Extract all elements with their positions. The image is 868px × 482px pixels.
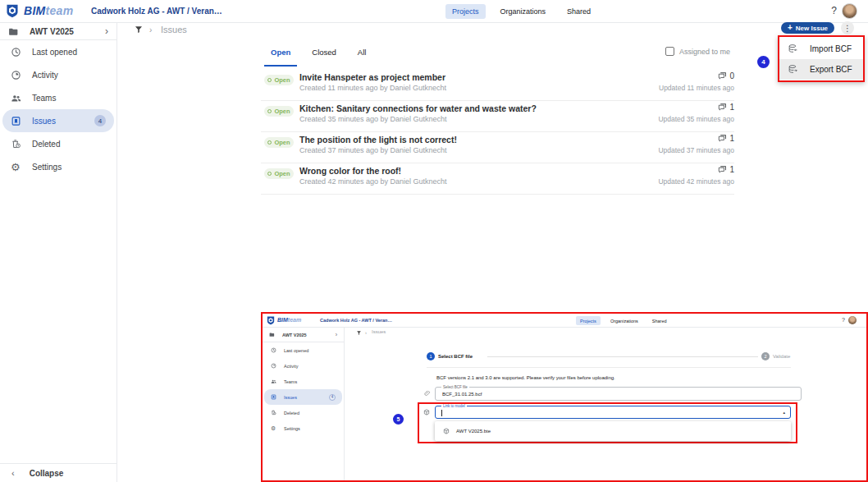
tab-shared[interactable]: Shared [560, 4, 597, 19]
breadcrumb[interactable]: Issues [161, 25, 187, 34]
issue-title: Kitchen: Sanitary connections for water … [299, 103, 537, 113]
issue-created: Created 11 minutes ago by Daniel Gutknec… [299, 84, 446, 92]
comments-icon [718, 134, 727, 143]
link-to-model-select[interactable]: Link to model ▴ [435, 406, 791, 419]
bimteam-logo-icon [267, 316, 275, 325]
sidebar-item-deleted[interactable]: Deleted [264, 405, 342, 420]
model-option-awt-v2025[interactable]: AWT V2025.bte [435, 421, 791, 441]
tab-closed[interactable]: Closed [305, 43, 343, 67]
issues-count-badge: 4 [94, 115, 106, 126]
help-icon[interactable]: ? [831, 5, 837, 16]
status-badge: Open [264, 106, 294, 117]
gear-icon: ⚙ [11, 162, 21, 172]
link-to-model-label: Link to model [441, 404, 467, 408]
comments-icon [718, 165, 727, 174]
more-options-button[interactable]: ⋮ [841, 21, 854, 34]
tab-shared[interactable]: Shared [648, 316, 671, 325]
menu-item-label: Export BCF [810, 65, 852, 74]
sidebar-item-deleted[interactable]: Deleted [2, 132, 114, 155]
sidebar-item-project[interactable]: AWT V2025 › [263, 328, 344, 342]
tab-organizations[interactable]: Organizations [606, 316, 642, 325]
issue-updated: Updated 42 minutes ago [658, 177, 734, 186]
model-dropdown: AWT V2025.bte [435, 421, 791, 441]
assigned-to-me-filter[interactable]: Assigned to me [665, 47, 730, 56]
model-cube-icon [423, 409, 430, 415]
comments-icon [718, 103, 727, 112]
issues-count-badge: 4 [329, 394, 336, 401]
trash-clock-icon [11, 139, 21, 149]
sidebar-item-settings[interactable]: ⚙ Settings [2, 155, 114, 178]
model-cube-icon [443, 428, 450, 434]
folder-icon [269, 332, 275, 337]
tab-open[interactable]: Open [264, 43, 297, 67]
collapse-label: Collapse [30, 469, 64, 478]
annotation-badge-5: 5 [393, 414, 404, 425]
issue-created: Created 37 minutes ago by Daniel Gutknec… [299, 146, 447, 154]
stepper-connector [487, 356, 758, 357]
bcf-file-input-label: Select BCF file [441, 385, 469, 389]
assigned-checkbox[interactable] [665, 47, 674, 56]
sidebar: AWT V2025 › Last opened Activity [0, 23, 117, 482]
import-bcf-icon [788, 44, 798, 54]
issue-updated: Updated 35 minutes ago [658, 115, 734, 123]
sidebar-item-teams[interactable]: Teams [264, 374, 342, 389]
issue-title: The position of the light is not correct… [299, 135, 457, 145]
sidebar-item-issues[interactable]: Issues 4 [264, 389, 342, 405]
chevron-right-icon[interactable]: › [336, 332, 337, 337]
bcf-file-input[interactable]: Select BCF file BCF_31.01.25.bcf [435, 387, 802, 401]
caret-up-icon: ▴ [783, 410, 785, 415]
bimteam-logo: BIMteam [24, 4, 73, 17]
new-issue-button[interactable]: + New Issue [781, 22, 834, 34]
issue-row[interactable]: Open Invite Hanspeter as project member … [261, 70, 734, 101]
assigned-label: Assigned to me [679, 48, 730, 56]
bcf-context-menu: Import BCF Export BCF [778, 35, 865, 82]
clock-icon [11, 47, 21, 57]
tab-projects[interactable]: Projects [576, 316, 601, 325]
comment-count: 1 [718, 103, 734, 112]
breadcrumb-chevron-icon: › [149, 25, 152, 34]
export-bcf-icon [788, 64, 798, 75]
sidebar-collapse-button[interactable]: ‹ Collapse [0, 463, 116, 482]
issue-updated: Updated 37 minutes ago [658, 146, 734, 154]
new-issue-label: New Issue [796, 25, 828, 32]
user-avatar[interactable] [842, 3, 857, 19]
issue-row[interactable]: Open Wrong color for the roof! Created 4… [261, 163, 734, 195]
sidebar-project-label: AWT V2025 [30, 27, 74, 36]
filter-icon [134, 25, 144, 34]
kebab-icon: ⋮ [843, 24, 852, 33]
inset-topbar: BIMteam Cadwork Holz AG - AWT / Veran… P… [263, 314, 866, 328]
tab-organizations[interactable]: Organizations [494, 4, 553, 19]
sidebar-nav: Last opened Activity Teams Issues 4 [0, 40, 116, 178]
issue-row[interactable]: Open The position of the light is not co… [261, 132, 734, 163]
help-icon[interactable]: ? [842, 317, 845, 323]
bcf-info-text: BCF versions 2.1 and 3.0 are supported. … [436, 375, 615, 380]
user-avatar[interactable] [848, 316, 857, 324]
issue-list: Open Invite Hanspeter as project member … [261, 70, 734, 195]
bimteam-logo-icon [6, 4, 19, 18]
activity-icon [271, 363, 276, 369]
breadcrumb[interactable]: Issues [372, 329, 386, 334]
menu-item-export-bcf[interactable]: Export BCF [779, 59, 863, 80]
sidebar-item-activity[interactable]: Activity [264, 358, 342, 374]
step-2-label: Validate [773, 354, 790, 359]
menu-item-label: Import BCF [810, 44, 852, 53]
tab-all[interactable]: All [351, 43, 373, 67]
tab-projects[interactable]: Projects [445, 4, 486, 19]
sidebar-item-teams[interactable]: Teams [2, 86, 114, 109]
inset-sidebar-nav: Last opened Activity Teams Issues 4 [263, 342, 344, 436]
project-title: Cadwork Holz AG - AWT / Veran… [91, 7, 222, 16]
step-1-label: Select BCF file [438, 354, 473, 359]
sidebar-item-issues[interactable]: Issues 4 [2, 109, 114, 132]
sidebar-item-label: Teams [32, 94, 56, 103]
issue-row[interactable]: Open Kitchen: Sanitary connections for w… [261, 101, 734, 132]
sidebar-item-activity[interactable]: Activity [2, 63, 114, 86]
teams-icon [271, 379, 276, 384]
chevron-right-icon[interactable]: › [105, 25, 108, 37]
sidebar-item-last-opened[interactable]: Last opened [264, 342, 342, 358]
issue-created: Created 35 minutes ago by Daniel Gutknec… [299, 115, 447, 123]
issue-title: Wrong color for the roof! [299, 166, 401, 176]
sidebar-item-project[interactable]: AWT V2025 › [0, 23, 116, 39]
menu-item-import-bcf[interactable]: Import BCF [779, 39, 863, 59]
sidebar-item-settings[interactable]: ⚙ Settings [264, 420, 342, 436]
sidebar-item-last-opened[interactable]: Last opened [2, 40, 114, 63]
